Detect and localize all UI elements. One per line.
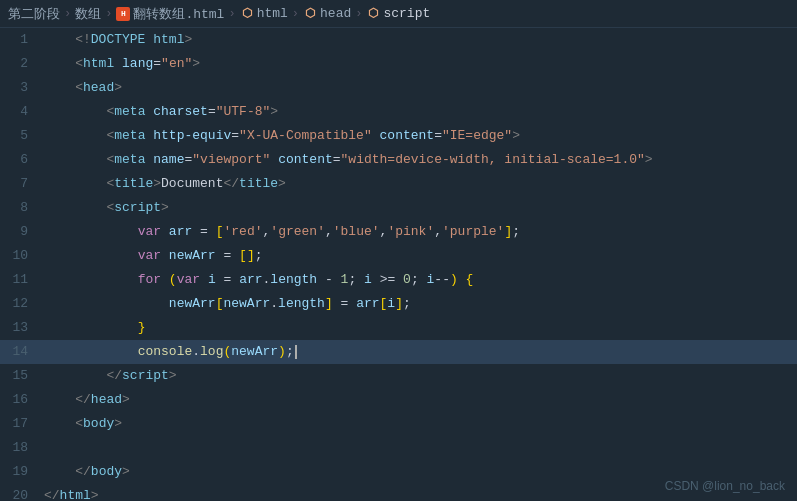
- code-line-13: 13 }: [0, 316, 797, 340]
- code-line-9: 9 var arr = ['red','green','blue','pink'…: [0, 220, 797, 244]
- code-line-16: 16 </head>: [0, 388, 797, 412]
- code-line-15: 15 </script>: [0, 364, 797, 388]
- code-line-14: 14 console.log(newArr);: [0, 340, 797, 364]
- breadcrumb: 第二阶段 › 数组 › H 翻转数组.html › ⬡ html › ⬡ hea…: [0, 0, 797, 28]
- code-line-5: 5 <meta http-equiv="X-UA-Compatible" con…: [0, 124, 797, 148]
- code-line-10: 10 var newArr = [];: [0, 244, 797, 268]
- code-line-6: 6 <meta name="viewport" content="width=d…: [0, 148, 797, 172]
- watermark: CSDN @lion_no_back: [665, 479, 785, 493]
- html-file-icon: H: [116, 7, 130, 21]
- breadcrumb-item-head[interactable]: ⬡ head: [303, 6, 351, 21]
- code-line-17: 17 <body>: [0, 412, 797, 436]
- breadcrumb-item-array[interactable]: 数组: [75, 5, 101, 23]
- code-line-12: 12 newArr[newArr.length] = arr[i];: [0, 292, 797, 316]
- breadcrumb-item-stage[interactable]: 第二阶段: [8, 5, 60, 23]
- breadcrumb-item-file[interactable]: H 翻转数组.html: [116, 5, 224, 23]
- code-editor[interactable]: 1 <!DOCTYPE html> 2 <html lang="en"> 3 <…: [0, 28, 797, 501]
- element-icon-head: ⬡: [303, 7, 317, 21]
- code-line-8: 8 <script>: [0, 196, 797, 220]
- code-line-11: 11 for (var i = arr.length - 1; i >= 0; …: [0, 268, 797, 292]
- element-icon-script: ⬡: [366, 7, 380, 21]
- code-line-4: 4 <meta charset="UTF-8">: [0, 100, 797, 124]
- code-line-7: 7 <title>Document</title>: [0, 172, 797, 196]
- breadcrumb-item-html[interactable]: ⬡ html: [240, 6, 288, 21]
- breadcrumb-item-script[interactable]: ⬡ script: [366, 6, 430, 21]
- code-line-18: 18: [0, 436, 797, 460]
- code-line-2: 2 <html lang="en">: [0, 52, 797, 76]
- element-icon-html: ⬡: [240, 7, 254, 21]
- code-line-1: 1 <!DOCTYPE html>: [0, 28, 797, 52]
- code-line-3: 3 <head>: [0, 76, 797, 100]
